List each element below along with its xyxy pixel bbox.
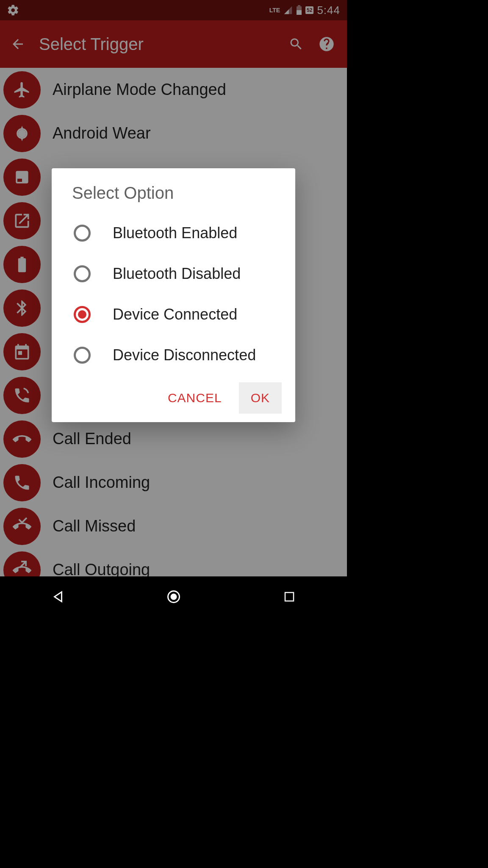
radio-option[interactable]: Bluetooth Disabled — [52, 253, 295, 294]
radio-option[interactable]: Device Connected — [52, 294, 295, 335]
radio-icon — [74, 306, 91, 323]
dialog-actions: CANCEL OK — [52, 376, 295, 414]
svg-point-4 — [171, 594, 176, 599]
screen: LTE 52 5:44 Select Trigger Airplane Mode — [0, 0, 347, 617]
ok-button[interactable]: OK — [239, 382, 282, 414]
radio-label: Device Disconnected — [113, 346, 256, 364]
radio-icon — [74, 347, 91, 364]
svg-rect-5 — [285, 593, 294, 601]
radio-group: Bluetooth Enabled Bluetooth Disabled Dev… — [52, 213, 295, 376]
nav-back-icon[interactable] — [50, 588, 67, 605]
radio-label: Bluetooth Enabled — [113, 224, 237, 242]
nav-home-icon[interactable] — [165, 588, 182, 605]
radio-icon — [74, 265, 91, 282]
nav-recent-icon[interactable] — [281, 588, 298, 605]
cancel-button[interactable]: CANCEL — [156, 382, 234, 414]
radio-icon — [74, 225, 91, 242]
radio-label: Bluetooth Disabled — [113, 265, 241, 283]
radio-option[interactable]: Bluetooth Enabled — [52, 213, 295, 253]
radio-option[interactable]: Device Disconnected — [52, 335, 295, 376]
radio-label: Device Connected — [113, 306, 237, 323]
select-option-dialog: Select Option Bluetooth Enabled Bluetoot… — [52, 168, 295, 422]
nav-bar — [0, 576, 347, 617]
dialog-title: Select Option — [52, 168, 295, 213]
